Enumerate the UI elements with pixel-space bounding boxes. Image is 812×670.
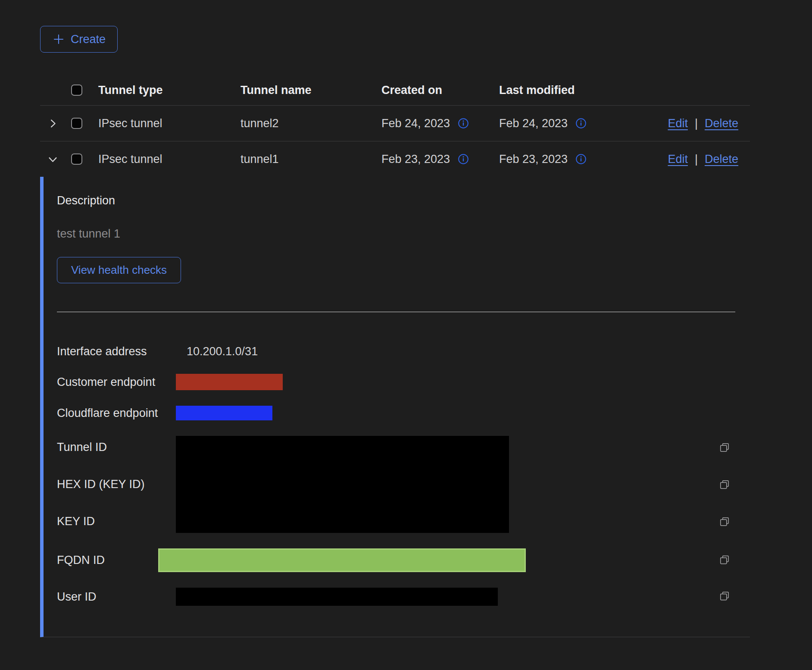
field-row-interface-address: Interface address 10.200.1.0/31 bbox=[57, 345, 750, 358]
chevron-down-icon[interactable] bbox=[47, 153, 59, 165]
view-health-checks-button[interactable]: View health checks bbox=[57, 257, 181, 283]
copy-hex-id-button[interactable] bbox=[719, 479, 730, 492]
field-row-cloudflare-endpoint: Cloudflare endpoint bbox=[57, 406, 750, 420]
copy-icon bbox=[719, 516, 730, 529]
table-row: IPsec tunnel tunnel2 Feb 24, 2023 Feb 24… bbox=[40, 106, 750, 141]
delete-link[interactable]: Delete bbox=[705, 153, 738, 166]
table-header-row: Tunnel type Tunnel name Created on Last … bbox=[40, 75, 750, 106]
field-row-customer-endpoint: Customer endpoint bbox=[57, 374, 750, 390]
row-checkbox[interactable] bbox=[71, 118, 82, 129]
last-modified-cell: Feb 23, 2023 bbox=[499, 153, 568, 166]
info-icon[interactable] bbox=[575, 153, 587, 165]
column-header-tunnel-name: Tunnel name bbox=[240, 84, 381, 97]
customer-endpoint-label: Customer endpoint bbox=[57, 376, 176, 389]
copy-fqdn-id-button[interactable] bbox=[719, 554, 730, 567]
key-id-label: KEY ID bbox=[57, 515, 176, 528]
hex-id-label: HEX ID (KEY ID) bbox=[57, 478, 176, 491]
field-row-fqdn-id: FQDN ID bbox=[57, 548, 750, 572]
info-icon[interactable] bbox=[458, 153, 469, 165]
tunnel-name-cell: tunnel1 bbox=[240, 153, 381, 166]
select-all-checkbox[interactable] bbox=[71, 85, 82, 96]
copy-icon bbox=[719, 479, 730, 492]
fqdn-id-label: FQDN ID bbox=[57, 554, 158, 567]
plus-icon bbox=[52, 33, 65, 46]
row-checkbox[interactable] bbox=[71, 153, 82, 165]
edit-link[interactable]: Edit bbox=[668, 117, 688, 130]
copy-key-id-button[interactable] bbox=[719, 516, 730, 529]
interface-address-label: Interface address bbox=[57, 345, 176, 358]
edit-link[interactable]: Edit bbox=[668, 153, 688, 166]
info-icon[interactable] bbox=[575, 118, 587, 129]
created-on-cell: Feb 23, 2023 bbox=[381, 153, 450, 166]
field-row-user-id: User ID bbox=[57, 588, 750, 606]
copy-icon bbox=[719, 591, 730, 603]
description-text: test tunnel 1 bbox=[57, 227, 750, 241]
column-header-last-modified: Last modified bbox=[499, 84, 628, 97]
action-separator: | bbox=[695, 153, 698, 166]
description-label: Description bbox=[57, 194, 750, 207]
tunnel-type-cell: IPsec tunnel bbox=[98, 117, 240, 130]
tunnel-id-label: Tunnel ID bbox=[57, 441, 176, 454]
tunnel-name-cell: tunnel2 bbox=[240, 117, 381, 130]
column-header-created-on: Created on bbox=[381, 84, 499, 97]
copy-tunnel-id-button[interactable] bbox=[719, 442, 730, 454]
expanded-tunnel-panel: Description test tunnel 1 View health ch… bbox=[40, 177, 750, 637]
tunnel-type-cell: IPsec tunnel bbox=[98, 153, 240, 166]
action-separator: | bbox=[695, 117, 698, 130]
column-header-tunnel-type: Tunnel type bbox=[98, 84, 240, 97]
table-row: IPsec tunnel tunnel1 Feb 23, 2023 Feb 23… bbox=[40, 141, 750, 177]
copy-icon bbox=[719, 554, 730, 567]
copy-icon bbox=[719, 442, 730, 454]
user-id-redacted-value bbox=[176, 588, 498, 606]
create-button-label: Create bbox=[71, 33, 106, 46]
customer-endpoint-redacted-value bbox=[176, 374, 283, 390]
tunnels-page: Create Tunnel type Tunnel name Created o… bbox=[40, 0, 750, 637]
create-button[interactable]: Create bbox=[40, 26, 118, 53]
chevron-right-icon[interactable] bbox=[47, 118, 59, 129]
copy-user-id-button[interactable] bbox=[719, 591, 730, 603]
user-id-label: User ID bbox=[57, 590, 176, 604]
fqdn-id-redacted-value bbox=[158, 548, 526, 572]
created-on-cell: Feb 24, 2023 bbox=[381, 117, 450, 130]
section-divider bbox=[57, 312, 735, 312]
cloudflare-endpoint-label: Cloudflare endpoint bbox=[57, 407, 176, 420]
ids-redacted-value bbox=[176, 436, 509, 533]
last-modified-cell: Feb 24, 2023 bbox=[499, 117, 568, 130]
cloudflare-endpoint-redacted-value bbox=[176, 406, 272, 420]
field-group-ids: Tunnel ID HEX ID (KEY ID) KEY ID bbox=[57, 436, 750, 533]
delete-link[interactable]: Delete bbox=[705, 117, 738, 130]
info-icon[interactable] bbox=[458, 118, 469, 129]
interface-address-value: 10.200.1.0/31 bbox=[187, 345, 258, 358]
